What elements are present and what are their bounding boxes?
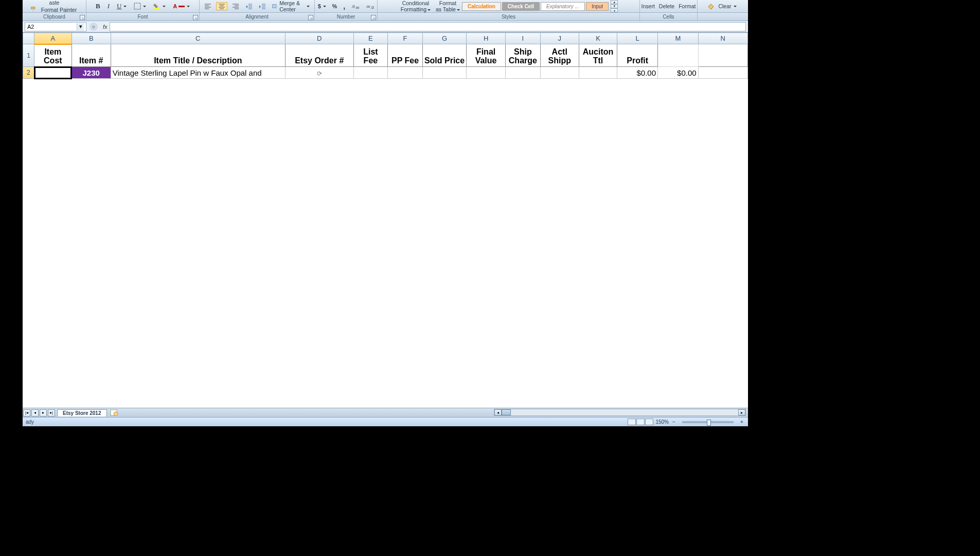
style-input[interactable]: Input (586, 2, 609, 11)
border-button[interactable] (132, 2, 148, 10)
header-cell[interactable]: Profit (617, 44, 658, 67)
col-header-G[interactable]: G (422, 33, 466, 44)
col-header-K[interactable]: K (579, 33, 617, 44)
sheet-tab[interactable]: Etsy Store 2012 (57, 409, 107, 416)
styles-scroll-up[interactable]: ▲ (611, 0, 618, 4)
horizontal-scrollbar[interactable]: ◂ ▸ (494, 409, 746, 416)
cell[interactable]: ⟳ (285, 67, 353, 79)
col-header-F[interactable]: F (388, 33, 423, 44)
row-header[interactable]: 2 (23, 67, 34, 79)
alignment-launcher[interactable]: ↘ (308, 15, 313, 20)
zoom-out[interactable]: − (671, 419, 677, 425)
currency-button[interactable]: $ (316, 3, 328, 10)
italic-button[interactable]: I (106, 2, 111, 11)
percent-button[interactable]: % (331, 3, 338, 10)
increase-decimal-button[interactable]: .0.00 (350, 3, 361, 10)
header-cell[interactable]: ActlShipp (540, 44, 579, 67)
select-all-corner[interactable] (23, 33, 34, 44)
tab-nav-prev[interactable]: ◂ (31, 409, 39, 416)
header-cell[interactable] (658, 44, 699, 67)
insert-button[interactable]: Insert (640, 3, 656, 10)
cell[interactable] (540, 67, 579, 79)
paste-button[interactable]: aste (48, 0, 61, 6)
row-header[interactable]: 1 (23, 44, 34, 67)
zoom-level[interactable]: 150% (655, 419, 669, 425)
name-box-dropdown[interactable]: ▾ (77, 23, 84, 30)
align-left-button[interactable] (203, 3, 213, 10)
header-cell[interactable]: PP Fee (388, 44, 423, 67)
col-header-C[interactable]: C (111, 33, 285, 44)
header-cell[interactable]: Sold Price (422, 44, 466, 67)
cell[interactable] (467, 67, 506, 79)
cell[interactable]: J230 (72, 67, 111, 79)
fill-color-button[interactable] (152, 2, 167, 10)
view-normal[interactable] (628, 419, 636, 425)
col-header-M[interactable]: M (658, 33, 699, 44)
style-calculation[interactable]: Calculation (462, 2, 501, 11)
tab-nav-first[interactable]: |◂ (23, 409, 30, 416)
header-cell[interactable]: AucitonTtl (579, 44, 617, 67)
cell[interactable]: Vintage Sterling Lapel Pin w Faux Opal a… (111, 67, 285, 79)
header-cell[interactable]: ItemCost (34, 44, 72, 67)
zoom-in[interactable]: + (739, 419, 745, 425)
bold-button[interactable]: B (94, 2, 102, 11)
format-painter-button[interactable]: Format Painter (40, 6, 78, 13)
styles-more[interactable]: ▾ (611, 8, 618, 12)
format-as-table-button[interactable]: Formatas Table (434, 0, 461, 13)
grid-area[interactable]: ABCDEFGHIJKLMN1ItemCostItem #Item Title … (23, 32, 748, 408)
cell[interactable]: $0.00 (617, 67, 658, 79)
header-cell[interactable]: ShipCharge (505, 44, 540, 67)
fx-icon[interactable]: fx (103, 24, 108, 30)
header-cell[interactable]: Item # (72, 44, 111, 67)
col-header-J[interactable]: J (540, 33, 579, 44)
name-box[interactable]: A2 ▾ (25, 22, 86, 31)
hscroll-right[interactable]: ▸ (738, 409, 745, 415)
font-launcher[interactable]: ↘ (193, 15, 198, 20)
cell[interactable] (422, 67, 466, 79)
header-cell[interactable]: Etsy Order # (285, 44, 353, 67)
align-center-button[interactable] (216, 2, 227, 10)
header-cell[interactable]: ListFee (353, 44, 388, 67)
conditional-formatting-button[interactable]: ConditionalFormatting (399, 0, 432, 13)
merge-center-button[interactable]: Merge & Center (271, 0, 311, 13)
hscroll-thumb[interactable] (502, 409, 511, 415)
cell[interactable] (388, 67, 423, 79)
cell[interactable]: $0.00 (658, 67, 699, 79)
increase-indent-button[interactable] (257, 3, 268, 10)
tab-nav-next[interactable]: ▸ (40, 409, 47, 416)
comma-button[interactable]: , (342, 2, 347, 11)
cell[interactable] (505, 67, 540, 79)
number-launcher[interactable]: ↘ (371, 15, 376, 20)
col-header-B[interactable]: B (72, 33, 111, 44)
col-header-D[interactable]: D (285, 33, 353, 44)
col-header-N[interactable]: N (698, 33, 747, 44)
header-cell[interactable]: Item Title / Description (111, 44, 285, 67)
header-cell[interactable] (698, 44, 747, 67)
style-check-cell[interactable]: Check Cell (502, 2, 540, 11)
font-color-button[interactable]: A (171, 3, 191, 10)
col-header-I[interactable]: I (505, 33, 540, 44)
styles-scroll-down[interactable]: ▼ (611, 4, 618, 8)
view-page-layout[interactable] (636, 419, 645, 425)
style-explanatory[interactable]: Explanatory ... (541, 2, 585, 11)
cell[interactable] (698, 67, 747, 79)
decrease-decimal-button[interactable]: .00.0 (364, 3, 376, 10)
tab-nav-last[interactable]: ▸| (48, 409, 55, 416)
col-header-A[interactable]: A (34, 33, 72, 44)
align-right-button[interactable] (230, 3, 241, 10)
cell[interactable] (34, 67, 72, 79)
clipboard-launcher[interactable]: ↘ (80, 15, 85, 20)
new-sheet-icon[interactable] (110, 409, 118, 416)
view-page-break[interactable] (645, 419, 653, 425)
col-header-L[interactable]: L (617, 33, 658, 44)
delete-button[interactable]: Delete (657, 3, 676, 10)
header-cell[interactable]: FinalValue (467, 44, 506, 67)
hscroll-left[interactable]: ◂ (494, 409, 502, 415)
col-header-H[interactable]: H (467, 33, 506, 44)
cell[interactable] (579, 67, 617, 79)
col-header-E[interactable]: E (353, 33, 388, 44)
underline-button[interactable]: U (115, 2, 128, 11)
decrease-indent-button[interactable] (244, 3, 254, 10)
formula-bar[interactable] (110, 22, 746, 31)
zoom-slider[interactable] (682, 421, 734, 423)
